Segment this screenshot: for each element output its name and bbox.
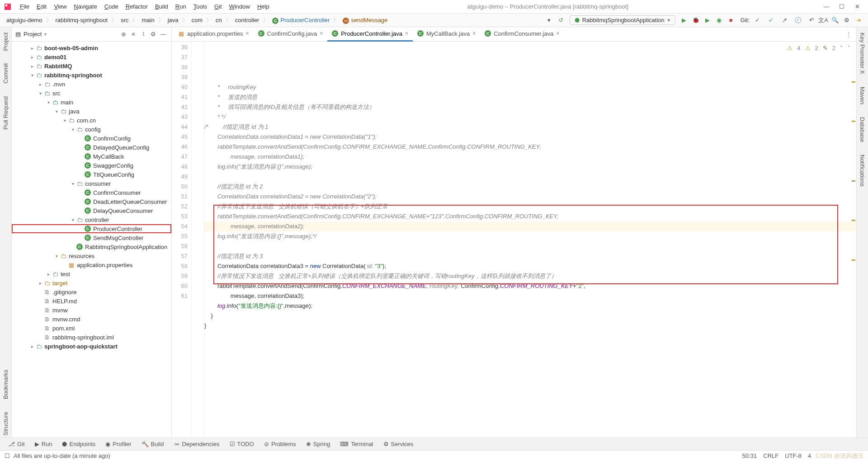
tree-item-boot-web-05-admin[interactable]: ▸🗀boot-web-05-admin <box>12 43 171 52</box>
breadcrumb-ProducerController[interactable]: CProducerController <box>269 16 332 25</box>
breadcrumb-rabbitmq-springboot[interactable]: rabbitmq-springboot <box>53 16 111 24</box>
tree-item-ConfirmConsumer[interactable]: CConfirmConsumer <box>12 188 171 197</box>
menu-refactor[interactable]: Refactor <box>122 1 151 12</box>
menu-run[interactable]: Run <box>172 1 190 12</box>
close-tab-icon[interactable]: × <box>472 30 476 37</box>
file-encoding[interactable]: UTF-8 <box>785 452 802 459</box>
tree-item-controller[interactable]: ▾🗀controller <box>12 215 171 224</box>
build-hammer-icon[interactable]: ↺ <box>556 15 566 25</box>
bottom-tool-endpoints[interactable]: ⬢Endpoints <box>57 440 100 448</box>
close-button[interactable]: ✕ <box>854 3 861 10</box>
bottom-tool-services[interactable]: ⚙Services <box>379 440 418 448</box>
tree-item-resources[interactable]: ▾🗀resources <box>12 251 171 260</box>
tree-item-RabbitmqSpringbootApplication[interactable]: CRabbitmqSpringbootApplication <box>12 242 171 251</box>
indent-size[interactable]: 4 <box>808 452 811 459</box>
breadcrumb-controller[interactable]: controller <box>232 16 262 24</box>
menu-window[interactable]: Window <box>226 1 254 12</box>
tab-application.properties[interactable]: ▦application.properties× <box>174 27 254 42</box>
breadcrumb-java[interactable]: java <box>165 16 181 24</box>
right-tool-key-promoter-x[interactable]: Key Promoter X <box>859 31 866 76</box>
breadcrumb-atguigu-demo[interactable]: atguigu-demo <box>4 16 45 24</box>
tree-item-com.cn[interactable]: ▾🗀com.cn <box>12 116 171 125</box>
left-tool-pull request[interactable]: Pull Request <box>2 94 9 132</box>
right-tool-notifications[interactable]: Notifications <box>859 153 866 188</box>
bottom-tool-spring[interactable]: ❀Spring <box>302 440 335 448</box>
tree-item-DelayedQueueConfig[interactable]: CDelayedQueueConfig <box>12 143 171 152</box>
tab-ConfirmConsumer.java[interactable]: CConfirmConsumer.java× <box>480 27 564 42</box>
tree-item-.gitignore[interactable]: 🗎.gitignore <box>12 287 171 296</box>
settings-icon[interactable]: ⚙ <box>842 15 852 25</box>
caret-position[interactable]: 50:31 <box>742 452 757 459</box>
menu-navigate[interactable]: Navigate <box>70 1 100 12</box>
tree-item-ProducerController[interactable]: CProducerController <box>12 224 171 233</box>
push-icon[interactable]: ↗ <box>779 15 789 25</box>
run-button[interactable]: ▶ <box>679 15 689 25</box>
update-project-icon[interactable]: ✓ <box>752 15 762 25</box>
breadcrumb-com[interactable]: com <box>189 16 206 24</box>
tree-item-java[interactable]: ▾🗀java <box>12 107 171 116</box>
tree-item-springboot-aop-quickstart[interactable]: ▸🗀springboot-aop-quickstart <box>12 342 171 351</box>
bottom-tool-dependencies[interactable]: ⫘Dependencies <box>169 440 224 448</box>
code-body[interactable]: ⚠4 ⚠2 ✎2 ˄ ˅ * routingKey * 发送的消息 * 填写回调… <box>204 42 856 437</box>
tree-item-MyCallBack[interactable]: CMyCallBack <box>12 152 171 161</box>
menu-edit[interactable]: Edit <box>33 1 50 12</box>
tree-item-consumer[interactable]: ▾🗀consumer <box>12 179 171 188</box>
bottom-tool-todo[interactable]: ☑TODO <box>225 440 259 448</box>
commit-icon[interactable]: ✓ <box>766 15 776 25</box>
tree-item-DelayQueueConsumer[interactable]: CDelayQueueConsumer <box>12 206 171 215</box>
tree-item-target[interactable]: ▸🗀target <box>12 278 171 287</box>
tree-item-rabbitmq-springboot.iml[interactable]: 🗎rabbitmq-springboot.iml <box>12 333 171 342</box>
menu-git[interactable]: Git <box>211 1 226 12</box>
coverage-button[interactable]: ▶ <box>703 15 712 25</box>
menu-code[interactable]: Code <box>101 1 122 12</box>
tree-item-DeadLetterQueueConsumer[interactable]: CDeadLetterQueueConsumer <box>12 197 171 206</box>
tree-item-src[interactable]: ▾🗀src <box>12 89 171 98</box>
search-icon[interactable]: 🔍 <box>830 15 840 25</box>
bottom-tool-terminal[interactable]: ⌨Terminal <box>335 440 377 448</box>
stop-button[interactable]: ■ <box>726 15 736 25</box>
minimize-button[interactable]: — <box>823 3 830 10</box>
breadcrumb-src[interactable]: src <box>118 16 131 24</box>
tree-item-mvnw[interactable]: 🗎mvnw <box>12 306 171 315</box>
right-tool-maven[interactable]: Maven <box>859 85 866 106</box>
tree-item-RabbitMQ[interactable]: ▸🗀RabbitMQ <box>12 61 171 71</box>
tree-item-main[interactable]: ▾🗀main <box>12 98 171 107</box>
breadcrumb-main[interactable]: main <box>139 16 157 24</box>
tree-item-rabbitmq-springboot[interactable]: ▾🗀rabbitmq-springboot <box>12 71 171 80</box>
menu-file[interactable]: File <box>16 1 33 12</box>
collapse-all-icon[interactable]: ⫱ <box>139 30 148 39</box>
tabs-menu-icon[interactable]: ⋮ <box>841 31 856 38</box>
close-tab-icon[interactable]: × <box>405 30 408 37</box>
menu-build[interactable]: Build <box>151 1 172 12</box>
ai-assist-icon[interactable]: ➜ <box>854 15 863 25</box>
debug-button[interactable]: 🐞 <box>691 15 701 25</box>
right-tool-database[interactable]: Database <box>859 115 866 144</box>
line-separator[interactable]: CRLF <box>763 452 778 459</box>
bottom-tool-run[interactable]: ▶Run <box>30 440 57 448</box>
tree-item-demo01[interactable]: ▸🗀demo01 <box>12 52 171 61</box>
left-tool-bookmarks[interactable]: Bookmarks <box>2 368 9 401</box>
profile-button[interactable]: ◉ <box>714 15 724 25</box>
history-icon[interactable]: 🕘 <box>793 15 803 25</box>
breadcrumb-sendMessage[interactable]: msendMessage <box>340 16 390 25</box>
project-tree[interactable]: ▸🗀boot-web-05-admin▸🗀demo01▸🗀RabbitMQ▾🗀r… <box>12 42 171 437</box>
translate-icon[interactable]: 文A <box>818 15 828 25</box>
code-editor[interactable]: 3637383940414243444546474849505152535455… <box>172 42 856 437</box>
bottom-tool-profiler[interactable]: ◉Profiler <box>101 440 136 448</box>
tree-item-HELP.md[interactable]: 🗎HELP.md <box>12 296 171 306</box>
left-tool-commit[interactable]: Commit <box>2 61 9 85</box>
bottom-tool-git[interactable]: ⎇Git <box>4 440 29 448</box>
close-tab-icon[interactable]: × <box>246 30 249 37</box>
tab-ConfirmConfig.java[interactable]: CConfirmConfig.java× <box>254 27 328 42</box>
select-opened-file-icon[interactable]: ⊕ <box>119 30 128 39</box>
bottom-tool-build[interactable]: 🔨Build <box>137 440 169 448</box>
tab-MyCallBack.java[interactable]: CMyCallBack.java× <box>413 27 480 42</box>
menu-help[interactable]: Help <box>254 1 273 12</box>
chevron-up-icon[interactable]: ˄ <box>840 43 843 53</box>
left-tool-project[interactable]: Project <box>2 31 9 52</box>
tree-item-SwaggerConfig[interactable]: CSwaggerConfig <box>12 161 171 170</box>
maximize-button[interactable]: ☐ <box>838 3 845 10</box>
tree-item-config[interactable]: ▾🗀config <box>12 125 171 134</box>
tree-item-.mvn[interactable]: ▸🗀.mvn <box>12 80 171 89</box>
bottom-tool-problems[interactable]: ⊘Problems <box>259 440 301 448</box>
